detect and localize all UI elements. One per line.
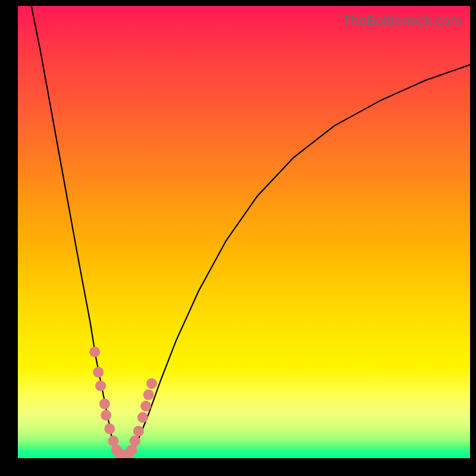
plot-area: TheBottleneck.com <box>18 6 470 458</box>
scatter-dot <box>101 410 111 421</box>
scatter-dot <box>99 399 110 409</box>
scatter-dot <box>146 378 157 389</box>
scatter-dot <box>104 424 115 434</box>
scatter-dots <box>89 346 157 458</box>
scatter-dot <box>89 346 100 357</box>
chart-frame: TheBottleneck.com <box>0 0 476 476</box>
scatter-dot <box>130 436 140 446</box>
curve-right-branch <box>133 65 470 452</box>
scatter-dot <box>93 367 104 378</box>
chart-svg <box>18 6 470 458</box>
scatter-dot <box>137 412 148 423</box>
scatter-dot <box>140 401 151 412</box>
scatter-dot <box>133 425 144 436</box>
scatter-dot <box>143 390 154 400</box>
scatter-dot <box>95 380 106 391</box>
